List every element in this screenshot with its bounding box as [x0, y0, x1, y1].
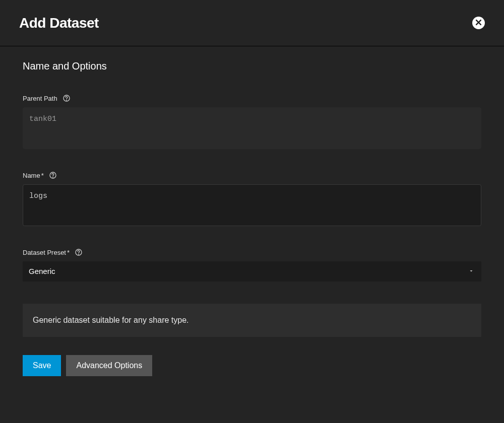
dataset-preset-field-group: Dataset Preset * Generic — [23, 248, 481, 281]
parent-path-field-group: Parent Path — [23, 94, 481, 151]
parent-path-input[interactable] — [23, 107, 481, 149]
button-row: Save Advanced Options — [23, 355, 481, 376]
parent-path-label-row: Parent Path — [23, 94, 481, 102]
dataset-preset-label: Dataset Preset — [23, 249, 66, 256]
svg-point-7 — [79, 254, 79, 254]
close-button[interactable] — [472, 17, 485, 29]
name-label-row: Name * — [23, 171, 481, 179]
dialog-header: Add Dataset — [0, 0, 504, 46]
dialog-content: Name and Options Parent Path Name * — [0, 46, 504, 390]
section-title: Name and Options — [23, 60, 481, 72]
name-field-group: Name * — [23, 171, 481, 228]
help-icon[interactable] — [75, 248, 83, 256]
dataset-preset-required-marker: * — [67, 249, 70, 256]
save-button[interactable]: Save — [23, 355, 61, 376]
name-input[interactable] — [23, 184, 481, 226]
help-icon[interactable] — [62, 94, 71, 102]
preset-description-text: Generic dataset suitable for any share t… — [33, 316, 471, 325]
preset-description-box: Generic dataset suitable for any share t… — [23, 304, 481, 337]
svg-point-5 — [52, 177, 53, 177]
help-icon[interactable] — [49, 171, 57, 179]
svg-point-3 — [66, 100, 67, 100]
parent-path-label: Parent Path — [23, 95, 57, 102]
name-label: Name — [23, 172, 40, 179]
close-icon — [475, 19, 482, 28]
advanced-options-button[interactable]: Advanced Options — [66, 355, 152, 376]
dataset-preset-select[interactable]: Generic — [23, 261, 481, 281]
dataset-preset-label-row: Dataset Preset * — [23, 248, 481, 256]
dialog-title: Add Dataset — [19, 15, 99, 31]
dataset-preset-select-wrapper: Generic — [23, 261, 481, 281]
name-required-marker: * — [41, 172, 44, 179]
